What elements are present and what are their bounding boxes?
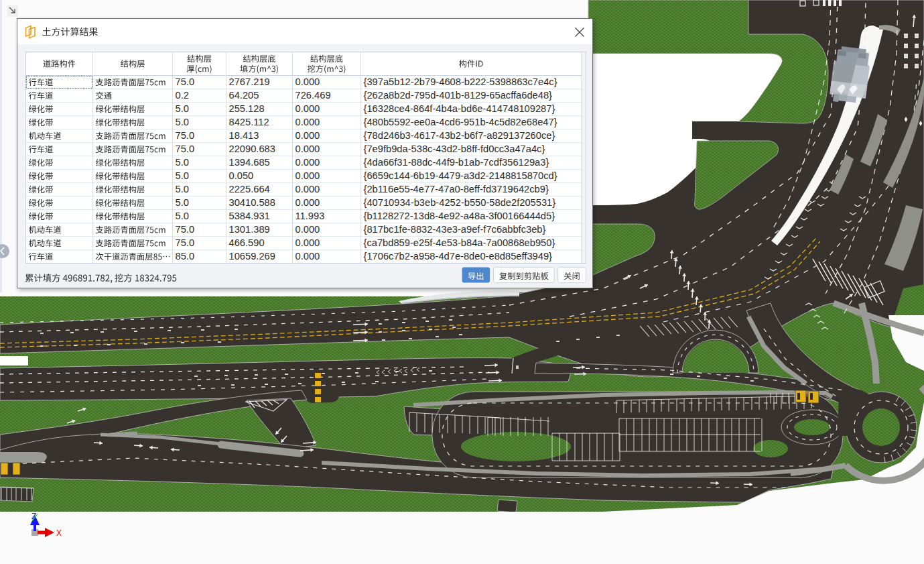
svg-text:75.0: 75.0 bbox=[176, 130, 195, 141]
svg-text:0.050: 0.050 bbox=[229, 170, 254, 181]
svg-text:0.000: 0.000 bbox=[295, 170, 320, 181]
svg-text:18.413: 18.413 bbox=[229, 130, 259, 141]
svg-text:22090.683: 22090.683 bbox=[229, 144, 275, 154]
svg-text:75.0: 75.0 bbox=[176, 224, 195, 235]
svg-text:5.0: 5.0 bbox=[176, 211, 189, 221]
svg-text:{2b116e55-4e77-47a0-8eff-fd371: {2b116e55-4e77-47a0-8eff-fd3719642cb9} bbox=[364, 184, 549, 194]
svg-text:0.000: 0.000 bbox=[295, 251, 320, 262]
svg-text:{78d246b3-4617-43b2-b6f7-a8291: {78d246b3-4617-43b2-b6f7-a829137260ce} bbox=[364, 130, 555, 141]
svg-text:{ca7bd859-e25f-4e53-b84a-7a008: {ca7bd859-e25f-4e53-b84a-7a00868eb950} bbox=[364, 237, 555, 248]
svg-text:0.000: 0.000 bbox=[295, 184, 320, 194]
svg-text:0.000: 0.000 bbox=[295, 237, 320, 248]
svg-text:466.590: 466.590 bbox=[229, 237, 265, 248]
svg-text:10659.269: 10659.269 bbox=[229, 251, 275, 262]
svg-text:0.000: 0.000 bbox=[295, 117, 320, 127]
svg-text:64.205: 64.205 bbox=[229, 90, 259, 101]
svg-text:{40710934-b3eb-4252-b550-58de2: {40710934-b3eb-4252-b550-58de2f205531} bbox=[364, 197, 556, 208]
svg-text:5.0: 5.0 bbox=[176, 157, 189, 168]
svg-text:{6659c144-6b19-4479-a3d2-21488: {6659c144-6b19-4479-a3d2-2148815870cd} bbox=[364, 170, 557, 181]
svg-text:0.000: 0.000 bbox=[295, 144, 320, 154]
svg-text:75.0: 75.0 bbox=[176, 237, 195, 248]
svg-text:0.2: 0.2 bbox=[176, 90, 189, 101]
svg-text:726.469: 726.469 bbox=[295, 90, 331, 101]
svg-text:0.000: 0.000 bbox=[295, 76, 320, 87]
svg-text:5.0: 5.0 bbox=[176, 117, 189, 127]
svg-text:255.128: 255.128 bbox=[229, 103, 265, 114]
svg-text:75.0: 75.0 bbox=[176, 144, 195, 154]
svg-text:30410.588: 30410.588 bbox=[229, 197, 275, 208]
svg-text:5.0: 5.0 bbox=[176, 184, 189, 194]
svg-text:{1706c7b2-a958-4d7e-8de0-e8d85: {1706c7b2-a958-4d7e-8de0-e8d85eff3949} bbox=[364, 251, 553, 262]
svg-text:{262a8b2d-795d-401b-8129-65acf: {262a8b2d-795d-401b-8129-65acffa6de48} bbox=[364, 90, 553, 101]
svg-text:1394.685: 1394.685 bbox=[229, 157, 270, 168]
svg-text:5384.931: 5384.931 bbox=[229, 211, 270, 221]
svg-text:{397a5b12-2b79-4608-b222-53988: {397a5b12-2b79-4608-b222-5398863c7e4c} bbox=[364, 76, 557, 87]
svg-text:75.0: 75.0 bbox=[176, 76, 195, 87]
svg-text:85.0: 85.0 bbox=[176, 251, 195, 262]
svg-text:8425.112: 8425.112 bbox=[229, 117, 269, 127]
svg-text:0.000: 0.000 bbox=[295, 130, 320, 141]
svg-text:{4da66f31-88dc-44f9-b1ab-7cdf3: {4da66f31-88dc-44f9-b1ab-7cdf356129a3} bbox=[364, 157, 549, 168]
svg-text:{480b5592-ee0a-4cd6-951b-4c5d8: {480b5592-ee0a-4cd6-951b-4c5d82e68e47} bbox=[364, 117, 557, 127]
svg-text:0.000: 0.000 bbox=[295, 224, 320, 235]
svg-text:1301.389: 1301.389 bbox=[229, 224, 270, 235]
svg-text:11.993: 11.993 bbox=[295, 211, 325, 221]
svg-text:{7e9fb9da-538c-43d2-b8ff-fd0cc: {7e9fb9da-538c-43d2-b8ff-fd0cc3a47a4c} bbox=[364, 144, 545, 154]
svg-text:0.000: 0.000 bbox=[295, 157, 320, 168]
svg-text:0.000: 0.000 bbox=[295, 103, 320, 114]
svg-text:2225.664: 2225.664 bbox=[229, 184, 270, 194]
svg-text:X: X bbox=[56, 528, 62, 538]
svg-text:{16328ce4-864f-4b4a-bd6e-41474: {16328ce4-864f-4b4a-bd6e-414748109287} bbox=[364, 103, 555, 114]
svg-text:{b1128272-13d8-4e92-a48a-3f001: {b1128272-13d8-4e92-a48a-3f00166444d5} bbox=[364, 211, 555, 221]
svg-text:5.0: 5.0 bbox=[176, 170, 189, 181]
svg-text:2767.219: 2767.219 bbox=[229, 76, 270, 87]
svg-text:0.000: 0.000 bbox=[295, 197, 320, 208]
svg-text:5.0: 5.0 bbox=[176, 103, 189, 114]
svg-text:5.0: 5.0 bbox=[176, 197, 189, 208]
svg-text:{817bc1fe-8832-43e3-a9ef-f7c6a: {817bc1fe-8832-43e3-a9ef-f7c6abbfc3eb} bbox=[364, 224, 546, 235]
